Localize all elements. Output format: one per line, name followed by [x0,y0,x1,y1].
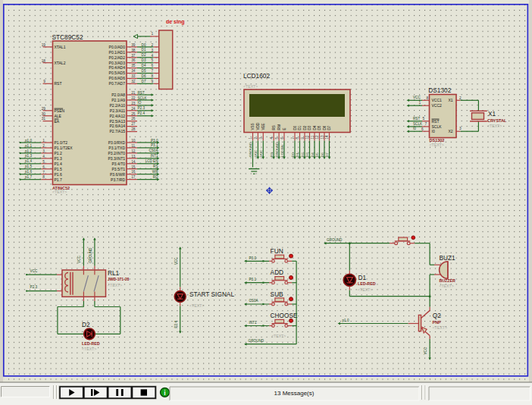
svg-text:D4: D4 [313,125,317,130]
svg-text:P2.1/A9: P2.1/A9 [111,98,125,102]
svg-text:D2: D2 [303,125,307,130]
svg-text:3: 3 [259,137,263,140]
svg-text:P3.1/TXD: P3.1/TXD [108,146,125,150]
svg-text:6: 6 [42,165,45,169]
svg-text:VCC: VCC [30,269,38,273]
svg-text:18: 18 [42,59,46,63]
svg-text:D0: D0 [291,152,295,157]
svg-text:9: 9 [152,80,154,83]
svg-text:1: 1 [42,139,45,143]
svg-text:D6: D6 [321,152,324,157]
svg-text:17: 17 [131,175,136,179]
svg-text:LCD EN: LCD EN [146,159,158,163]
svg-text:ADD: ADD [271,268,284,276]
svg-text:15: 15 [131,165,136,169]
svg-text:D5: D5 [315,152,319,157]
svg-text:P2.7/A15: P2.7/A15 [109,129,125,133]
svg-text:p1.7: p1.7 [25,175,32,179]
svg-text:D0: D0 [293,125,297,130]
svg-text:XTAL1: XTAL1 [55,45,66,49]
svg-text:11: 11 [311,135,315,139]
svg-text:<TEXT>: <TEXT> [108,283,122,287]
svg-text:P2.3/A11: P2.3/A11 [110,108,125,113]
svg-text:P1.5: P1.5 [55,167,63,171]
svg-text:31: 31 [42,117,46,121]
svg-text:2: 2 [254,137,258,140]
svg-text:9: 9 [301,137,305,140]
svg-text:<TEXT>: <TEXT> [430,143,444,147]
svg-text:CRYSTAL: CRYSTAL [487,118,507,123]
svg-text:7: 7 [425,122,427,126]
svg-text:P2.4: P2.4 [138,111,146,115]
svg-text:GROUND: GROUND [249,339,264,343]
svg-text:<TEXT>: <TEXT> [271,334,286,338]
svg-text:RST: RST [138,91,145,95]
svg-text:4: 4 [42,155,45,159]
svg-text:E: E [283,127,286,130]
svg-text:37: 37 [131,54,136,58]
svg-text:P2.5/A13: P2.5/A13 [109,119,125,124]
svg-text:<TEXT>: <TEXT> [82,347,96,351]
svg-text:4: 4 [152,54,154,58]
svg-text:BUZ1: BUZ1 [439,254,455,262]
svg-text:VSS: VSS [251,123,255,130]
svg-text:VCC: VCC [174,257,178,265]
svg-text:X1: X1 [488,110,496,118]
svg-text:8: 8 [152,74,154,78]
svg-text:X1: X1 [448,98,452,102]
svg-text:START SIGNAL: START SIGNAL [189,290,234,298]
svg-text:GROUND: GROUND [275,142,279,157]
svg-text:RS: RS [270,152,274,157]
svg-text:2: 2 [152,43,154,47]
svg-text:8: 8 [427,96,429,100]
svg-text:<TEXT>: <TEXT> [52,190,67,194]
svg-text:P2.3: P2.3 [138,106,146,110]
svg-text:D1: D1 [358,274,367,281]
svg-text:13: 13 [131,155,136,159]
svg-text:D2: D2 [82,321,90,328]
svg-text:VEE: VEE [261,123,265,130]
svg-text:D3: D3 [308,125,311,130]
svg-text:<TEXT>: <TEXT> [439,284,453,288]
svg-text:PNP: PNP [433,320,441,325]
svg-text:P2.4: P2.4 [174,321,178,328]
svg-text:SCLK: SCLK [413,122,423,126]
svg-text:RW: RW [277,124,281,130]
svg-text:22: 22 [131,96,136,100]
svg-text:LED-RED: LED-RED [358,281,376,286]
svg-text:7: 7 [152,69,154,73]
svg-text:33: 33 [131,74,136,78]
svg-text:P1.1/T2EX: P1.1/T2EX [55,146,74,150]
svg-text:INT1: INT1 [151,154,158,158]
svg-text:CS0A: CS0A [249,299,259,303]
svg-text:VCC: VCC [259,150,263,157]
svg-text:34: 34 [131,69,136,73]
svg-text:P0.5/AD5: P0.5/AD5 [109,71,126,75]
svg-text:P2.2/A10: P2.2/A10 [109,103,125,108]
svg-text:D1: D1 [142,48,146,52]
svg-text:LCD EN: LCD EN [280,145,284,157]
svg-text:3: 3 [42,149,45,153]
svg-text:p1.0: p1.0 [25,139,32,143]
svg-text:<TEXT>: <TEXT> [487,124,502,128]
svg-text:P3.1: P3.1 [151,143,158,147]
svg-text:P1.4: P1.4 [55,162,63,166]
svg-text:VCC: VCC [77,256,81,263]
svg-text:i: i [164,389,165,397]
svg-text:VCC: VCC [254,150,258,157]
svg-text:P0.3/AD3: P0.3/AD3 [109,61,126,65]
svg-text:12: 12 [131,149,136,153]
svg-text:32: 32 [131,80,136,83]
svg-text:D1: D1 [296,152,299,157]
svg-text:D5: D5 [318,125,321,130]
svg-text:27: 27 [131,122,136,126]
svg-text:I0: I0 [413,127,416,130]
svg-text:<TEXT>: <TEXT> [243,84,258,89]
svg-text:CHOOSE: CHOOSE [271,312,298,319]
svg-text:p1.6: p1.6 [25,170,32,174]
svg-text:P3.4/T0: P3.4/T0 [111,162,125,166]
svg-text:38: 38 [131,49,136,52]
svg-text:7: 7 [291,137,295,140]
svg-text:P0.7/AD7: P0.7/AD7 [109,81,126,86]
svg-text:P2.0/A8: P2.0/A8 [111,93,125,97]
